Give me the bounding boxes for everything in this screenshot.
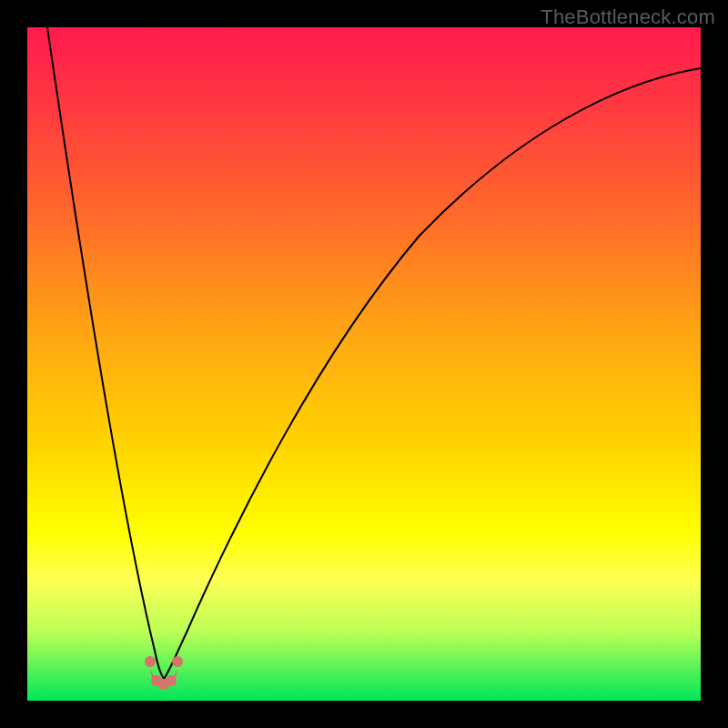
marker-dot [172, 656, 183, 667]
curve-left-arm [47, 27, 164, 679]
watermark-text: TheBottleneck.com [541, 5, 715, 29]
bottleneck-curve [27, 27, 701, 701]
marker-dot [145, 656, 156, 667]
marker-dot [166, 675, 177, 686]
chart-plot-area [27, 27, 701, 701]
curve-right-arm [164, 68, 701, 679]
